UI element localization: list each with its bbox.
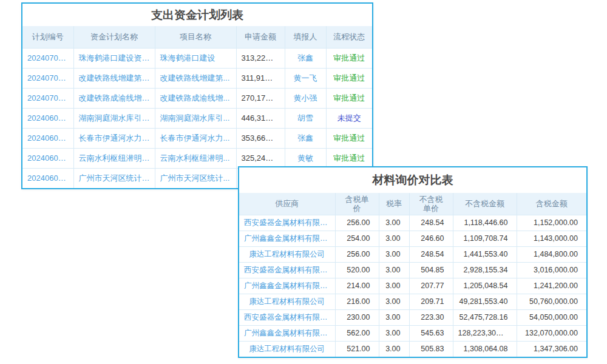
column-header: 计划编号	[22, 26, 73, 48]
tax-excl-unit-price: 223.30	[409, 309, 453, 325]
project-name-link[interactable]: 珠海鹤港口建设	[155, 48, 236, 68]
column-header: 税率	[379, 193, 409, 215]
table-row: 西安盛器金属材料有限公司230.003.00223.3052,475,728.1…	[239, 309, 586, 325]
supplier-link[interactable]: 西安盛器金属材料有限公司	[239, 309, 335, 325]
supplier-link[interactable]: 广州鑫鑫金属材料有限公司	[239, 325, 335, 341]
table-row: 康达工程材料有限公司216.003.00209.7149,281,553.405…	[239, 294, 586, 309]
filler-name: 胡雪	[285, 108, 326, 128]
supplier-link[interactable]: 康达工程材料有限公司	[239, 294, 335, 309]
inquiry-table-title: 材料询价对比表	[239, 167, 586, 193]
fund-plan-name-link[interactable]: 广州市天河区统计局...	[73, 168, 155, 188]
tax-incl-amount: 1,143,000.00	[517, 231, 586, 246]
supplier-link[interactable]: 康达工程材料有限公司	[239, 341, 335, 357]
tax-incl-amount: 50,760,000.00	[517, 294, 586, 309]
request-amount: 311,914.00	[236, 68, 285, 88]
tax-incl-unit-price: 216.00	[335, 294, 379, 309]
supplier-link[interactable]: 西安盛器金属材料有限公司	[239, 262, 335, 278]
expense-plan-table: 计划编号资金计划名称项目名称申请金额填报人流程状态 2024070003珠海鹤港…	[22, 26, 372, 188]
tax-excl-amount: 52,475,728.16	[453, 309, 517, 325]
inquiry-compare-table-panel: 材料询价对比表 供应商含税单价税率不含税单价不含税金额含税金额 西安盛器金属材料…	[238, 166, 588, 358]
tax-incl-unit-price: 562.00	[335, 325, 379, 341]
fund-plan-name-link[interactable]: 珠海鹤港口建设资金...	[73, 48, 155, 68]
tax-rate: 3.00	[379, 341, 409, 357]
supplier-link[interactable]: 广州鑫鑫金属材料有限公司	[239, 231, 335, 246]
tax-incl-amount: 54,050,000.00	[517, 309, 586, 325]
tax-incl-unit-price: 230.00	[335, 309, 379, 325]
request-amount: 313,220.00	[236, 48, 285, 68]
tax-rate: 3.00	[379, 262, 409, 278]
request-amount: 353,667.00	[236, 128, 285, 148]
table-row: 康达工程材料有限公司521.003.00505.831,308,064.081,…	[239, 341, 586, 357]
column-header: 项目名称	[155, 26, 236, 48]
table-row: 2024070002改建铁路线增建第二...改建铁路线增建第...311,914…	[22, 68, 372, 88]
tax-excl-unit-price: 504.85	[409, 262, 453, 278]
supplier-link[interactable]: 广州鑫鑫金属材料有限公司	[239, 278, 335, 294]
table-row: 西安盛器金属材料有限公司256.003.00248.541,118,446.60…	[239, 215, 586, 231]
expense-table-header-row: 计划编号资金计划名称项目名称申请金额填报人流程状态	[22, 26, 372, 48]
plan-number-link[interactable]: 2024060008	[22, 168, 73, 188]
tax-incl-amount: 1,347,306.00	[517, 341, 586, 357]
tax-excl-amount: 49,281,553.40	[453, 294, 517, 309]
tax-excl-amount: 1,109,708.74	[453, 231, 517, 246]
tax-excl-amount: 1,118,446.60	[453, 215, 517, 231]
tax-rate: 3.00	[379, 231, 409, 246]
tax-excl-unit-price: 545.63	[409, 325, 453, 341]
tax-excl-amount: 128,223,300.97	[453, 325, 517, 341]
supplier-link[interactable]: 康达工程材料有限公司	[239, 246, 335, 262]
filler-name: 黄小强	[285, 88, 326, 108]
fund-plan-name-link[interactable]: 湖南洞庭湖水库引水...	[73, 108, 155, 128]
fund-plan-name-link[interactable]: 改建铁路成渝线增建...	[73, 88, 155, 108]
fund-plan-name-link[interactable]: 长春市伊通河水力发...	[73, 128, 155, 148]
fund-plan-name-link[interactable]: 改建铁路线增建第二...	[73, 68, 155, 88]
inquiry-compare-table: 供应商含税单价税率不含税单价不含税金额含税金额 西安盛器金属材料有限公司256.…	[239, 193, 586, 357]
supplier-link[interactable]: 西安盛器金属材料有限公司	[239, 215, 335, 231]
tax-excl-unit-price: 248.54	[409, 215, 453, 231]
tax-incl-unit-price: 521.00	[335, 341, 379, 357]
tax-rate: 3.00	[379, 309, 409, 325]
project-name-link[interactable]: 广州市天河区统计...	[155, 168, 236, 188]
plan-number-link[interactable]: 2024070003	[22, 48, 73, 68]
table-row: 2024060011湖南洞庭湖水库引水...湖南洞庭湖水库引...446,316…	[22, 108, 372, 128]
column-header: 供应商	[239, 193, 335, 215]
project-name-link[interactable]: 改建铁路成渝线增...	[155, 88, 236, 108]
tax-incl-unit-price: 520.00	[335, 262, 379, 278]
plan-number-link[interactable]: 2024060009	[22, 148, 73, 168]
table-row: 广州鑫鑫金属材料有限公司214.003.00207.771,205,048.54…	[239, 278, 586, 294]
plan-number-link[interactable]: 2024060011	[22, 108, 73, 128]
filler-name: 张鑫	[285, 128, 326, 148]
tax-rate: 3.00	[379, 325, 409, 341]
tax-incl-amount: 3,016,000.00	[517, 262, 586, 278]
process-status: 审批通过	[326, 148, 372, 168]
fund-plan-name-link[interactable]: 云南水利枢纽潜明水...	[73, 148, 155, 168]
process-status: 审批通过	[326, 128, 372, 148]
tax-excl-unit-price: 207.77	[409, 278, 453, 294]
plan-number-link[interactable]: 2024070002	[22, 68, 73, 88]
tax-rate: 3.00	[379, 246, 409, 262]
request-amount: 270,171.00	[236, 88, 285, 108]
tax-incl-amount: 1,241,200.00	[517, 278, 586, 294]
inquiry-table-header-row: 供应商含税单价税率不含税单价不含税金额含税金额	[239, 193, 586, 215]
filler-name: 黄一飞	[285, 68, 326, 88]
tax-rate: 3.00	[379, 294, 409, 309]
project-name-link[interactable]: 长春市伊通河水力...	[155, 128, 236, 148]
process-status: 审批通过	[326, 68, 372, 88]
tax-excl-unit-price: 209.71	[409, 294, 453, 309]
process-status: 审批通过	[326, 48, 372, 68]
column-header: 不含税单价	[409, 193, 453, 215]
table-row: 2024060009云南水利枢纽潜明水...云南水利枢纽潜明...325,245…	[22, 148, 372, 168]
column-header: 流程状态	[326, 26, 372, 48]
tax-incl-unit-price: 214.00	[335, 278, 379, 294]
tax-incl-unit-price: 256.00	[335, 215, 379, 231]
tax-excl-amount: 1,441,553.40	[453, 246, 517, 262]
table-row: 2024060010长春市伊通河水力发...长春市伊通河水力...353,667…	[22, 128, 372, 148]
column-header: 申请金额	[236, 26, 285, 48]
process-status: 审批通过	[326, 88, 372, 108]
plan-number-link[interactable]: 2024070001	[22, 88, 73, 108]
plan-number-link[interactable]: 2024060010	[22, 128, 73, 148]
table-row: 西安盛器金属材料有限公司520.003.00504.852,928,155.34…	[239, 262, 586, 278]
table-row: 广州鑫鑫金属材料有限公司254.003.00246.601,109,708.74…	[239, 231, 586, 246]
project-name-link[interactable]: 湖南洞庭湖水库引...	[155, 108, 236, 128]
project-name-link[interactable]: 云南水利枢纽潜明...	[155, 148, 236, 168]
project-name-link[interactable]: 改建铁路线增建第...	[155, 68, 236, 88]
table-row: 康达工程材料有限公司256.003.00248.541,441,553.401,…	[239, 246, 586, 262]
